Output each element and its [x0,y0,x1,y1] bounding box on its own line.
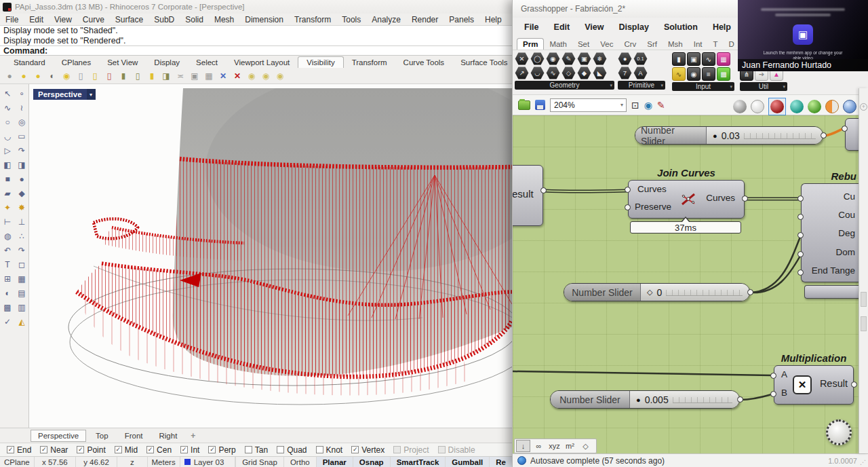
status-toggle[interactable]: Grid Snap [235,457,283,467]
vector-icon[interactable]: ✕ [515,52,529,65]
lightbulb-off-icon[interactable]: ● [3,69,16,83]
blend-icon[interactable]: ◍ [1,229,14,243]
grasshopper-menu-item[interactable]: Solution [656,22,705,32]
multiplication-component[interactable]: Multiplication A B ✕ Result [774,365,854,405]
preview-orange-icon[interactable] [825,100,839,113]
input-node[interactable] [625,187,631,193]
osnap-checkbox[interactable]: ✓ Mid [115,445,138,455]
rhino-menu-item[interactable]: SubD [149,15,180,24]
loft-icon[interactable]: ▤ [15,286,28,300]
lock-swap-icon[interactable]: ◨ [159,69,173,83]
lightbulb-half-icon[interactable]: ◐ [45,69,59,83]
checkbox-icon[interactable]: ✓ [351,446,359,453]
status-toggle[interactable]: Planar [316,457,353,467]
input-node[interactable] [842,126,848,132]
osnap-checkbox[interactable]: ✓ Vertex [351,445,384,455]
toolbar-tab[interactable]: Surface Tools [452,57,515,68]
status-toggle[interactable]: SmartTrack [390,457,446,467]
status-toggle[interactable]: Osnap [353,457,390,467]
input-node[interactable] [797,195,804,202]
offset-icon[interactable]: ∴ [15,229,28,243]
status-toggle[interactable]: Ortho [283,457,316,467]
grid-icon[interactable]: ▩ [1,301,14,314]
osnap-checkbox[interactable]: Knot [316,445,343,455]
status-toggle[interactable]: Gumball [445,457,489,467]
circle-icon[interactable]: ○ [1,115,14,129]
checkbox-icon[interactable] [316,446,323,453]
no-preview-icon[interactable] [733,100,747,113]
grasshopper-menu-item[interactable]: Help [705,22,738,32]
viewport-name[interactable]: Perspective [33,89,87,100]
panel-icon[interactable]: ≡ [702,67,715,81]
viewport-tab[interactable]: Front [118,430,150,441]
brep-param-icon[interactable]: ◣ [593,67,607,79]
polygon-icon[interactable]: ▷ [1,144,14,157]
status-toggle[interactable]: Re [489,457,512,467]
checkbox-icon[interactable] [438,446,446,453]
preview-blue-icon[interactable] [843,100,856,113]
toolbar-tab[interactable]: Visibility [298,56,343,68]
rhino-menu-item[interactable]: Analyze [366,15,406,24]
box-param-icon[interactable]: ◇ [561,67,576,79]
sketch-brush-icon[interactable]: ✎ [657,100,665,111]
colour-swatch-icon[interactable]: ▩ [717,67,730,81]
viewport-tab[interactable]: Perspective [31,430,86,442]
checkbox-icon[interactable]: ✓ [7,446,14,453]
util-group-label[interactable]: Util ▾ [740,82,787,91]
save-file-icon[interactable] [535,100,545,110]
gradient-icon[interactable]: ▦ [717,52,730,66]
zoom-extents-icon[interactable]: ⊡ [631,100,639,111]
preview-teal-icon[interactable] [790,100,804,113]
number-slider-0005[interactable]: Number Slider ● 0.005 [550,390,740,409]
grasshopper-menu-item[interactable]: View [577,22,611,32]
slider-track[interactable] [744,133,816,139]
lightbulb-on-icon[interactable]: ● [17,69,31,83]
slider-track[interactable] [666,290,743,296]
toolbar-tab[interactable]: Standard [5,57,54,68]
rectangle-icon[interactable]: ▭ [15,130,28,143]
slider-handle-icon[interactable]: ◇ [647,288,652,297]
osnap-checkbox[interactable]: ✓ Int [180,445,199,455]
resize-grip-icon[interactable]: ⋰ [860,459,866,466]
output-node[interactable] [742,195,748,202]
category-tab[interactable]: Msh [663,39,688,50]
extrude-icon[interactable]: ◐ [1,286,14,300]
fillet-icon[interactable]: ↶ [1,244,14,257]
checkbox-icon[interactable]: ✓ [115,446,122,453]
block-icon[interactable]: ⊞ [1,272,14,286]
wireframe-preview-icon[interactable] [751,100,764,113]
input-group-label[interactable]: Input ▾ [672,82,734,91]
xyz-icon[interactable]: xyz [547,440,561,452]
toolbar-tab[interactable]: Set View [99,57,146,68]
surface-icon[interactable]: ◧ [1,158,14,172]
control-point-curve-icon[interactable]: ≀ [15,101,28,115]
rhino-menu-item[interactable]: View [49,15,77,24]
lock-selected-icon[interactable]: ▮ [145,69,159,83]
input-node[interactable] [770,373,776,379]
rhino-menu-item[interactable]: Panels [443,15,479,24]
checkbox-icon[interactable]: ✓ [180,446,188,453]
osnap-checkbox[interactable]: ✓ Cen [146,445,172,455]
checkbox-icon[interactable]: ✓ [40,446,47,453]
viewport-tab[interactable]: Top [89,430,115,441]
join-icon[interactable]: ⊢ [1,215,14,229]
rhino-menu-item[interactable]: Tools [336,15,366,24]
viewport-menu-caret-icon[interactable]: ▾ [87,89,96,100]
category-tab[interactable]: Math [544,39,572,50]
units-cell[interactable]: Meters [148,457,180,467]
toolbar-tab[interactable]: Display [146,57,188,68]
layer-cell[interactable]: Layer 03 [180,457,235,467]
checkbox-icon[interactable]: ✓ [146,446,154,453]
split-icon[interactable]: ⊥ [15,215,28,229]
plug-objects-icon[interactable]: ≍ [174,69,187,83]
osnap-checkbox[interactable]: ✓ End [7,445,31,455]
cplane-cell[interactable]: CPlane [0,457,35,467]
shaded-preview-selected[interactable] [768,98,786,115]
lightbulb-pair-icon[interactable]: ◉ [60,69,73,83]
rhino-menu-item[interactable]: Surface [110,15,149,24]
category-tab[interactable]: Crv [618,39,642,50]
number-slider-0[interactable]: Number Slider ◇ 0 [564,283,750,301]
chamfer-icon[interactable]: ↷ [15,244,28,257]
osnap-checkbox[interactable]: Disable [438,445,475,455]
toolbar-tab[interactable]: Select [188,57,226,68]
